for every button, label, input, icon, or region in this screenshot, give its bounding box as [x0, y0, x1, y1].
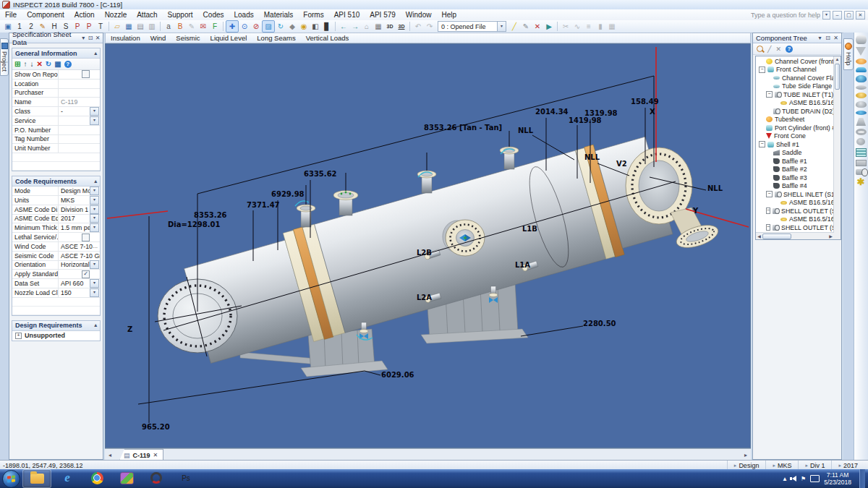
menu-codes[interactable]: Codes — [198, 9, 229, 20]
chevron-down-icon[interactable]: ▾ — [90, 205, 99, 214]
tree-item-tube-side-flange-fron[interactable]: Tube Side Flange (fron — [757, 82, 841, 91]
tree-item-tube-drain-d2[interactable]: TUBE DRAIN (D2) — [757, 107, 841, 116]
delete-icon[interactable]: ✕ — [775, 46, 781, 53]
edit2-button[interactable]: ✎ — [520, 21, 532, 32]
menu-forms[interactable]: Forms — [298, 9, 328, 20]
palette-disc-gray-icon[interactable] — [856, 138, 865, 145]
pin-icon[interactable]: ⊡ — [87, 35, 94, 41]
tree-item-baffle-3[interactable]: Baffle #3 — [757, 174, 841, 182]
menu-api-579[interactable]: API 579 — [365, 9, 401, 20]
field-value[interactable] — [58, 126, 100, 134]
line-button[interactable]: ╱ — [509, 21, 520, 32]
palette-cone-gray-icon[interactable] — [856, 118, 867, 126]
help-icon[interactable]: ? — [64, 61, 72, 68]
field-value[interactable] — [58, 70, 82, 79]
viewport-tool-insulation[interactable]: Insulation — [106, 34, 145, 42]
taskbar-item-ie[interactable]: e — [54, 469, 81, 487]
viewport-tool-vertical-loads[interactable]: Vertical Loads — [301, 34, 354, 42]
scroll-up-icon[interactable]: ▲ — [834, 56, 841, 63]
palette-flange-gold-icon[interactable] — [856, 93, 867, 98]
save2-button[interactable]: ▦ — [606, 21, 618, 32]
field-value[interactable]: 2017 — [58, 215, 90, 223]
checkbox-checked[interactable]: ✓ — [82, 270, 90, 278]
tab-scroll-right-icon[interactable]: ▸ — [741, 452, 751, 458]
start-button[interactable] — [2, 470, 20, 488]
zoom-off-button[interactable]: ⊘ — [250, 21, 262, 32]
collapse-icon[interactable]: − — [759, 141, 765, 147]
taskbar-item-chrome[interactable] — [83, 469, 111, 487]
tree-item-saddle[interactable]: Saddle — [757, 149, 841, 158]
palette-box-gray-icon[interactable] — [856, 160, 867, 166]
orbit-button[interactable]: ◉ — [298, 21, 310, 32]
chevron-down-icon[interactable]: ▾ — [90, 279, 99, 288]
scroll-left-icon[interactable]: ◀ — [756, 234, 762, 239]
palette-ellipse-blue-icon[interactable] — [856, 111, 867, 115]
list-button[interactable]: ≡ — [583, 21, 595, 32]
chevron-down-icon[interactable]: ▾ — [90, 223, 99, 232]
export-button[interactable]: a — [163, 21, 174, 32]
menu-window[interactable]: Window — [401, 9, 437, 20]
taskbar-item-explorer[interactable] — [22, 469, 51, 488]
tree-item-tube-inlet-t1[interactable]: −TUBE INLET (T1) — [757, 90, 841, 99]
field-value[interactable] — [58, 270, 82, 278]
general-information-header[interactable]: General Information▴ — [12, 48, 100, 59]
add-icon[interactable]: ⊞ — [14, 60, 20, 68]
scroll-right-icon[interactable]: ▶ — [827, 234, 834, 239]
expand-icon[interactable]: + — [15, 333, 22, 339]
network-icon[interactable] — [810, 475, 820, 482]
pin-button[interactable]: ▮ — [595, 21, 606, 32]
print-preview-button[interactable]: ▥ — [146, 21, 158, 32]
palette-ring-gray-icon[interactable] — [856, 129, 867, 135]
field-value[interactable] — [58, 80, 100, 88]
tree-item-asme-b16-5-16-47[interactable]: ASME B16.5/16.47 — [757, 199, 841, 207]
3d-canvas[interactable]: 8353.26 [Tan - Tan]2014.341419.981319.98… — [105, 43, 751, 448]
viewport-tool-wind[interactable]: Wind — [145, 34, 171, 42]
field-value[interactable] — [58, 144, 100, 153]
viewport-tool-liquid-level[interactable]: Liquid Level — [205, 34, 252, 42]
grid-button[interactable]: ▦ — [373, 21, 384, 32]
tree-item-tubesheet[interactable]: Tubesheet — [757, 116, 841, 124]
link-button[interactable]: ∿ — [571, 21, 583, 32]
title-bar[interactable]: INSPECT 2018 Build 7800 - [C-119] — [0, 0, 868, 10]
redo-button[interactable]: ↷ — [424, 21, 435, 32]
tree-item-asme-b16-5-16-47[interactable]: ASME B16.5/16.47 — [757, 99, 841, 108]
modify-button[interactable]: ✎ — [186, 21, 197, 32]
field-value[interactable] — [58, 89, 100, 98]
show-desktop-button[interactable] — [859, 469, 865, 488]
palette-cap-gray-icon[interactable] — [856, 85, 867, 90]
chevron-down-icon[interactable]: ▾ — [90, 196, 99, 205]
help-tab[interactable]: Help — [843, 38, 854, 70]
tray-expand-icon[interactable]: ▲ — [782, 476, 788, 482]
chevron-down-icon[interactable]: ▾ — [90, 107, 99, 116]
pin-icon[interactable]: ⊡ — [824, 35, 832, 41]
tree-item-baffle-2[interactable]: Baffle #2 — [757, 166, 841, 174]
viewport-tool-seismic[interactable]: Seismic — [171, 34, 205, 42]
menu-materials[interactable]: Materials — [259, 9, 299, 20]
tree-horizontal-scrollbar[interactable]: ◀ ▶ — [756, 232, 834, 239]
text-button[interactable]: T — [95, 21, 106, 32]
zoom-button[interactable]: ⊙ — [239, 21, 250, 32]
menu-api-510[interactable]: API 510 — [329, 9, 365, 20]
print-button[interactable]: ▤ — [135, 21, 146, 32]
checkbox[interactable] — [82, 70, 90, 78]
image-button[interactable]: ▨ — [262, 20, 275, 33]
email-button[interactable]: ✉ — [197, 21, 209, 32]
browse-button[interactable]: ... — [93, 243, 98, 249]
chevron-down-icon[interactable]: ▾ — [816, 35, 824, 41]
close-tab-icon[interactable]: ✕ — [153, 452, 158, 458]
palette-cap-blue-icon[interactable] — [856, 67, 867, 72]
viewport-tool-long-seams[interactable]: Long Seams — [252, 34, 300, 42]
collapse-icon[interactable]: − — [766, 224, 770, 231]
help-search-input[interactable]: Type a question for help — [751, 12, 820, 19]
view-3d-button[interactable]: 3D — [384, 21, 396, 32]
snap-button[interactable]: ◧ — [310, 21, 321, 32]
chevron-down-icon[interactable]: ▾ — [90, 187, 99, 195]
palette-cylinder-icon[interactable] — [856, 35, 867, 44]
field-value[interactable]: ASCE 7-10 Gro... — [58, 252, 100, 260]
shade-button[interactable]: ▊ — [321, 21, 333, 32]
tree-item-port-cylinder-front-1[interactable]: Port Cylinder (front) #1 — [757, 124, 841, 132]
palette-gear-icon[interactable]: ✱ — [856, 178, 867, 187]
unsupported-node[interactable]: + Unsupported — [12, 331, 100, 341]
palette-dome-gray-icon[interactable] — [856, 101, 867, 108]
field-value[interactable]: 150 — [58, 288, 90, 297]
